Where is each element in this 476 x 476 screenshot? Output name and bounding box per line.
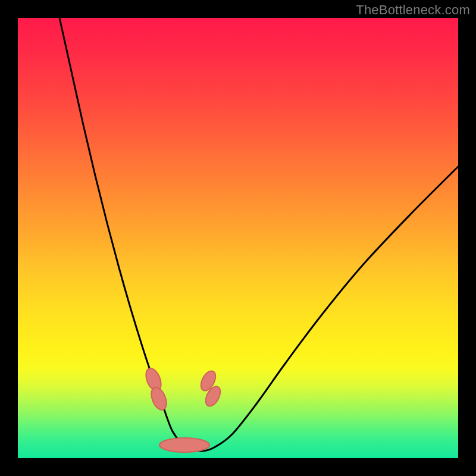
left-lower-marker bbox=[148, 385, 169, 412]
curve-markers-group bbox=[143, 366, 223, 452]
plot-area bbox=[18, 18, 458, 458]
bottleneck-curve-path bbox=[60, 18, 458, 451]
bottom-band-marker bbox=[159, 438, 209, 452]
chart-frame: TheBottleneck.com bbox=[0, 0, 476, 476]
watermark-text: TheBottleneck.com bbox=[356, 2, 470, 18]
bottleneck-curve-svg bbox=[18, 18, 458, 458]
